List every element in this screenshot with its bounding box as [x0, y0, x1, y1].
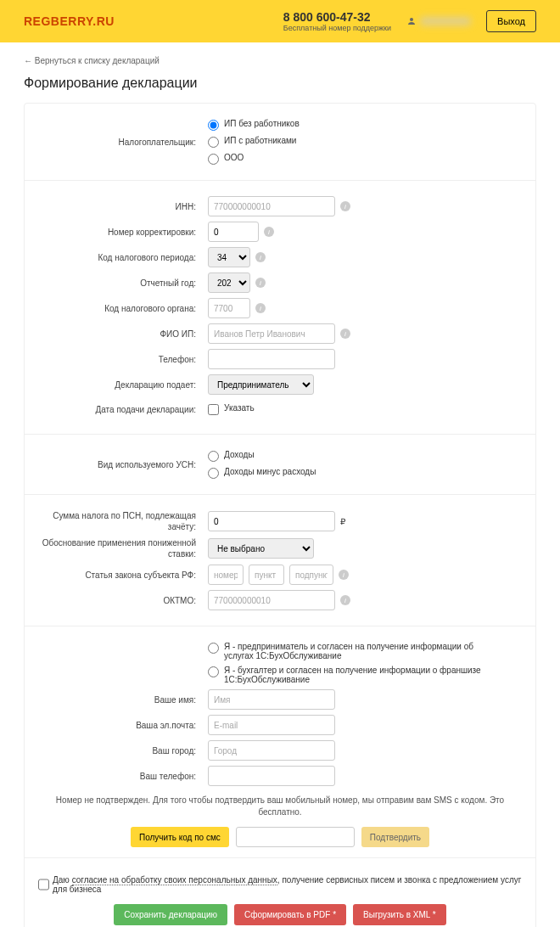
taxpayer-opt2[interactable]: ИП с работниками	[208, 136, 300, 148]
yourphone-label: Ваш телефон:	[38, 771, 208, 782]
info-icon[interactable]: i	[255, 303, 266, 313]
back-link[interactable]: ← Вернуться к списку деклараций	[24, 56, 160, 65]
logo[interactable]: REGBERRY.RU	[24, 14, 115, 28]
corr-label: Номер корректировки:	[38, 227, 208, 238]
inn-label: ИНН:	[38, 201, 208, 212]
organ-label: Код налогового органа:	[38, 303, 208, 314]
period-label: Код налогового периода:	[38, 252, 208, 263]
oktmo-input[interactable]	[208, 590, 335, 610]
user-block[interactable]	[406, 16, 471, 26]
info-icon[interactable]: i	[340, 595, 350, 605]
user-name-blur	[420, 17, 471, 25]
article-sub[interactable]	[289, 565, 333, 585]
save-button[interactable]: Сохранить декларацию	[114, 904, 227, 925]
form-box: Налогоплательщик: ИП без работников ИП с…	[24, 103, 536, 927]
code-input[interactable]	[236, 827, 355, 847]
consent-checkbox[interactable]	[38, 875, 49, 894]
article-num[interactable]	[208, 565, 244, 585]
date-label: Дата подачи декларации:	[38, 404, 208, 415]
article-label: Статья закона субъекта РФ:	[38, 570, 208, 581]
basis-label: Обоснование применения пониженной ставки…	[38, 537, 208, 559]
year-select[interactable]: 2024	[208, 272, 250, 293]
name-input[interactable]	[208, 689, 335, 710]
consent-link[interactable]: согласие на обработку своих персональных…	[72, 875, 277, 885]
fio-input[interactable]	[208, 323, 335, 344]
info-icon[interactable]: i	[255, 252, 266, 262]
get-code-button[interactable]: Получить код по смс	[131, 827, 229, 847]
name-label: Ваше имя:	[38, 694, 208, 705]
usn-label: Вид используемого УСН:	[38, 459, 208, 470]
support-phone: 8 800 600-47-32	[283, 10, 391, 24]
submitter-label: Декларацию подает:	[38, 379, 208, 390]
info-icon[interactable]: i	[255, 278, 266, 288]
phone-label: Телефон:	[38, 354, 208, 365]
header: REGBERRY.RU 8 800 600-47-32 Бесплатный н…	[0, 0, 560, 42]
psn-input[interactable]	[208, 511, 335, 531]
city-input[interactable]	[208, 740, 335, 761]
info-icon[interactable]: i	[340, 201, 350, 211]
support-sub: Бесплатный номер поддержки	[283, 24, 391, 32]
logout-button[interactable]: Выход	[486, 10, 536, 32]
email-input[interactable]	[208, 715, 335, 735]
inn-input[interactable]	[208, 196, 335, 216]
oktmo-label: ОКТМО:	[38, 595, 208, 606]
support: 8 800 600-47-32 Бесплатный номер поддерж…	[283, 10, 391, 32]
taxpayer-label: Налогоплательщик:	[38, 137, 208, 148]
agree-accountant[interactable]: Я - бухгалтер и согласен на получение ин…	[208, 666, 505, 684]
taxpayer-opt1[interactable]: ИП без работников	[208, 119, 300, 131]
confirm-button[interactable]: Подтвердить	[361, 827, 429, 847]
usn-opt1[interactable]: Доходы	[208, 450, 316, 462]
year-label: Отчетный год:	[38, 278, 208, 289]
organ-input[interactable]	[208, 298, 250, 318]
city-label: Ваш город:	[38, 745, 208, 756]
taxpayer-opt3[interactable]: ООО	[208, 153, 300, 165]
usn-opt2[interactable]: Доходы минус расходы	[208, 467, 316, 479]
page-title: Формирование декларации	[24, 76, 536, 91]
period-select[interactable]: 34	[208, 247, 250, 267]
fio-label: ФИО ИП:	[38, 329, 208, 340]
date-specify-check[interactable]: Указать	[208, 403, 255, 415]
info-icon[interactable]: i	[339, 570, 349, 580]
article-point[interactable]	[249, 565, 284, 585]
phone-input[interactable]	[208, 349, 335, 369]
corr-input[interactable]	[208, 222, 259, 242]
info-icon[interactable]: i	[340, 329, 350, 339]
info-icon[interactable]: i	[264, 227, 274, 237]
submitter-select[interactable]: Предприниматель	[208, 374, 314, 395]
pdf-button[interactable]: Сформировать в PDF *	[234, 904, 346, 925]
user-icon	[406, 16, 417, 26]
ruble-icon: ₽	[340, 517, 345, 526]
basis-select[interactable]: Не выбрано	[208, 538, 314, 559]
email-label: Ваша эл.почта:	[38, 720, 208, 731]
sms-hint: Номер не подтвержден. Для того чтобы под…	[38, 795, 522, 818]
yourphone-input[interactable]	[208, 766, 335, 786]
agree-entrepreneur[interactable]: Я - предприниматель и согласен на получе…	[208, 642, 505, 660]
psn-label: Сумма налога по ПСН, подлежащая зачёту:	[38, 510, 208, 532]
xml-button[interactable]: Выгрузить в XML *	[353, 904, 446, 925]
svg-point-0	[410, 18, 413, 21]
